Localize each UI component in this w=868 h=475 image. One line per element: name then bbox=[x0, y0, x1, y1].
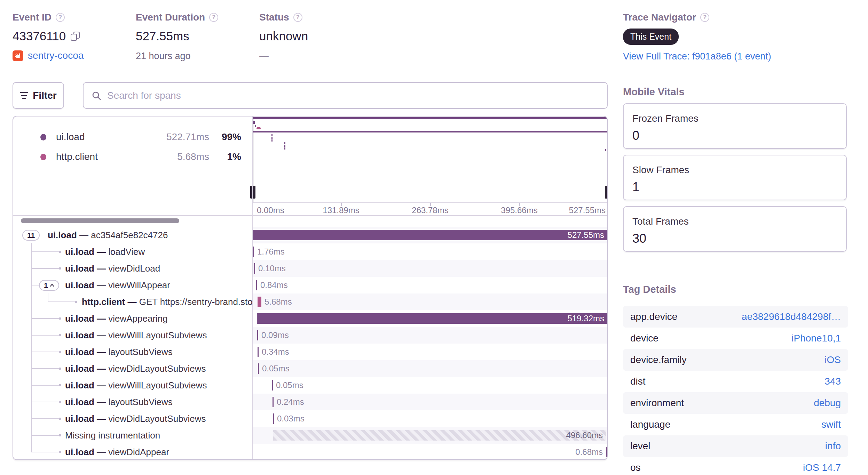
span-tree-row[interactable]: ui.load — layoutSubViews bbox=[13, 344, 252, 360]
span-bar-row[interactable]: 0.03ms bbox=[252, 410, 608, 427]
tag-value-link[interactable]: iOS 14.7 bbox=[803, 462, 841, 473]
span-tree-row[interactable]: ui.load — viewDidLayoutSubviews bbox=[13, 410, 252, 427]
span-bar-row[interactable]: 527.55ms bbox=[252, 227, 608, 243]
span-bar-row[interactable]: 0.68ms bbox=[252, 444, 608, 460]
help-icon[interactable]: ? bbox=[293, 13, 302, 22]
status-sub: — bbox=[259, 51, 308, 62]
missing-instrumentation-bar[interactable]: 496.60ms bbox=[273, 430, 606, 441]
span-bar-row[interactable]: 5.68ms bbox=[252, 293, 608, 310]
tag-value-link[interactable]: 343 bbox=[824, 376, 841, 387]
span-tree-row-text: http.client — GET https://sentry-brand.s… bbox=[82, 293, 252, 310]
copy-icon[interactable] bbox=[71, 32, 80, 41]
project-link[interactable]: sentry-cocoa bbox=[13, 50, 84, 61]
event-id-label: Event ID ? bbox=[13, 12, 84, 23]
tag-value-link[interactable]: iOS bbox=[824, 354, 841, 365]
this-event-badge[interactable]: This Event bbox=[623, 29, 679, 45]
span-tree-row[interactable]: ui.load — viewDidLoad bbox=[13, 260, 252, 277]
span-bar-row[interactable]: 0.34ms bbox=[252, 344, 608, 360]
span-tree-row[interactable]: ui.load — viewDidLayoutSubviews bbox=[13, 360, 252, 377]
span-tree-row-text: ui.load — viewWillAppear bbox=[65, 277, 170, 293]
span-duration-tick[interactable] bbox=[606, 447, 607, 457]
span-duration-tick[interactable] bbox=[254, 263, 255, 274]
filter-button[interactable]: Filter bbox=[13, 82, 64, 109]
tag-value-link[interactable]: iPhone10,1 bbox=[791, 333, 841, 344]
vitals-card-label: Frozen Frames bbox=[632, 113, 837, 124]
vitals-card: Frozen Frames0 bbox=[623, 103, 847, 149]
span-duration-label: 0.10ms bbox=[258, 263, 286, 274]
tag-row: environmentdebug bbox=[623, 392, 848, 414]
span-duration-tick[interactable] bbox=[256, 280, 257, 290]
legend-item[interactable]: ui.load522.71ms99% bbox=[13, 132, 252, 142]
span-bar-row[interactable]: 496.60ms bbox=[252, 427, 608, 444]
help-icon[interactable]: ? bbox=[700, 13, 709, 22]
tag-value-link[interactable]: debug bbox=[814, 397, 841, 409]
span-bars: 527.55ms1.76ms0.10ms0.84ms5.68ms519.32ms… bbox=[252, 227, 608, 460]
span-duration-tick[interactable] bbox=[258, 363, 259, 374]
minimap-span-mark bbox=[284, 145, 285, 147]
minimap-left-handle[interactable] bbox=[250, 186, 255, 199]
span-bar-row[interactable]: 0.05ms bbox=[252, 377, 608, 394]
filter-button-label: Filter bbox=[33, 90, 56, 101]
span-tree-row-text: ui.load — viewDidLoad bbox=[65, 260, 160, 277]
span-tree-row[interactable]: ui.load — loadView bbox=[13, 243, 252, 260]
minimap-span-mark bbox=[284, 142, 285, 144]
tree-bars-divider[interactable] bbox=[252, 116, 253, 459]
span-bar-row[interactable]: 519.32ms bbox=[252, 310, 608, 327]
span-tree-row[interactable]: ui.load — viewWillLayoutSubviews bbox=[13, 327, 252, 344]
span-bar-row[interactable]: 1.76ms bbox=[252, 243, 608, 260]
span-duration-tick[interactable] bbox=[253, 247, 254, 257]
span-bar-row[interactable]: 0.05ms bbox=[252, 360, 608, 377]
search-input[interactable] bbox=[107, 90, 599, 101]
tag-value-link[interactable]: swift bbox=[821, 419, 841, 430]
span-duration-bar[interactable]: 519.32ms bbox=[257, 313, 608, 324]
span-duration-tick[interactable] bbox=[273, 413, 274, 424]
vitals-card: Total Frames30 bbox=[623, 206, 847, 252]
span-duration-tick[interactable] bbox=[257, 330, 258, 340]
help-icon[interactable]: ? bbox=[56, 13, 65, 22]
span-tree-row[interactable]: http.client — GET https://sentry-brand.s… bbox=[13, 293, 252, 310]
span-duration-tick[interactable] bbox=[273, 397, 274, 407]
span-tree-row-text: ui.load — viewDidAppear bbox=[65, 444, 169, 460]
span-tree-row[interactable]: Missing instrumentation bbox=[13, 427, 252, 444]
minimap-right-handle[interactable] bbox=[605, 186, 608, 199]
minimap-span-mark bbox=[271, 134, 273, 136]
span-tree-row[interactable]: ui.load — ac354af5e82c4726 bbox=[13, 227, 252, 243]
span-bar-row[interactable]: 0.84ms bbox=[252, 277, 608, 293]
trace-navigator-column: Trace Navigator ? This Event View Full T… bbox=[623, 12, 771, 62]
span-duration-label: 0.05ms bbox=[276, 380, 303, 391]
span-duration-label: 5.68ms bbox=[265, 297, 292, 307]
span-tree-row[interactable]: ui.load — layoutSubViews bbox=[13, 394, 252, 410]
tag-value-link[interactable]: info bbox=[825, 441, 841, 452]
span-duration-label: 0.03ms bbox=[277, 413, 305, 424]
span-duration-tick[interactable] bbox=[258, 347, 259, 357]
span-tree-row[interactable]: ui.load — viewAppearing bbox=[13, 310, 252, 327]
minimap-span-mark bbox=[257, 127, 261, 129]
legend-color-dot bbox=[40, 154, 46, 160]
scrollbar-thumb[interactable] bbox=[21, 218, 179, 223]
legend-item[interactable]: http.client5.68ms1% bbox=[13, 152, 252, 162]
span-bar-row[interactable]: 0.09ms bbox=[252, 327, 608, 344]
help-icon[interactable]: ? bbox=[209, 13, 218, 22]
event-id-label-text: Event ID bbox=[13, 12, 52, 23]
span-tree-row-text: ui.load — loadView bbox=[65, 243, 145, 260]
legend-op: http.client bbox=[56, 151, 98, 162]
trace-minimap[interactable] bbox=[252, 116, 608, 202]
span-duration-bar[interactable]: 527.55ms bbox=[253, 230, 608, 240]
project-name[interactable]: sentry-cocoa bbox=[28, 50, 84, 61]
span-bar-row[interactable]: 0.24ms bbox=[252, 394, 608, 410]
time-axis: 0.00ms131.89ms263.78ms395.66ms527.55ms bbox=[252, 202, 608, 215]
tag-key: level bbox=[630, 441, 650, 452]
legend-op: ui.load bbox=[56, 131, 85, 143]
span-tree-row[interactable]: ui.load — viewDidAppear bbox=[13, 444, 252, 460]
span-legend: ui.load522.71ms99%http.client5.68ms1% bbox=[13, 116, 252, 215]
tag-value-link[interactable]: ae3829618d484298f… bbox=[742, 311, 841, 322]
span-tree-row[interactable]: ui.load — viewWillLayoutSubviews bbox=[13, 377, 252, 394]
span-tree-row[interactable]: ui.load — viewWillAppear bbox=[13, 277, 252, 293]
mobile-vitals-heading: Mobile Vitals bbox=[623, 86, 685, 98]
tree-horizontal-scrollbar bbox=[13, 215, 252, 227]
view-full-trace-link[interactable]: View Full Trace: f901a8e6 (1 event) bbox=[623, 51, 771, 62]
span-duration-tick[interactable] bbox=[258, 297, 261, 307]
span-duration-tick[interactable] bbox=[272, 380, 273, 391]
span-bar-row[interactable]: 0.10ms bbox=[252, 260, 608, 277]
span-tree-row-text: ui.load — layoutSubViews bbox=[65, 344, 173, 360]
